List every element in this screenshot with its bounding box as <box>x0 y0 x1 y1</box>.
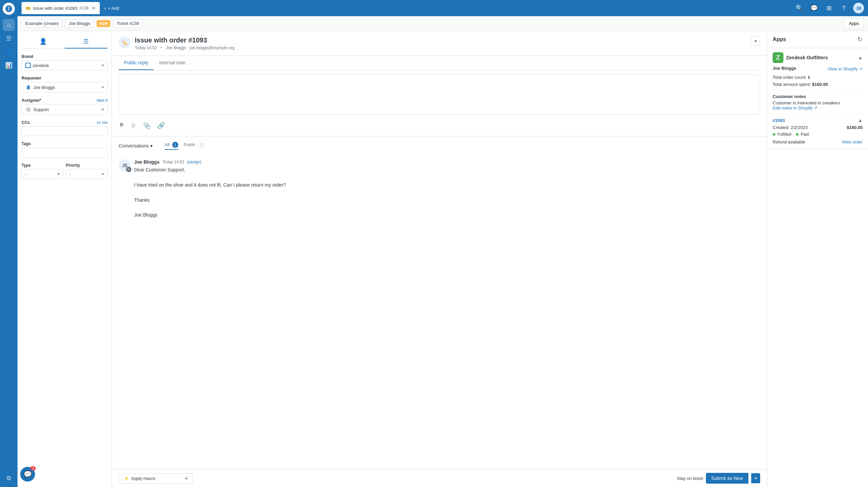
sidebar-tab-ticket[interactable]: ☰ <box>65 35 108 48</box>
conversations-header: Conversations ▾ All 1 Public 1 <box>119 142 760 150</box>
nav-settings[interactable]: ⚙ <box>3 472 15 484</box>
search-button[interactable]: 🔍 <box>794 3 805 13</box>
ccs-field: CCs cc me <box>22 120 107 136</box>
link-button[interactable]: 🔗 <box>156 121 166 131</box>
refresh-button[interactable]: ↻ <box>858 36 863 43</box>
order-id[interactable]: #1093 <box>773 118 785 123</box>
cc-me-link[interactable]: cc me <box>97 120 107 125</box>
submit-dropdown-button[interactable]: ▾ <box>751 473 760 483</box>
sidebar-tab-user[interactable]: 👤 <box>22 35 65 48</box>
user-avatar[interactable]: JB <box>853 3 864 13</box>
apply-macro-chevron: ▾ <box>185 476 188 481</box>
add-tab-button[interactable]: + + Add <box>101 6 122 11</box>
customer-notes-text: Customer is interested in sneakers <box>773 100 863 105</box>
nav-home[interactable]: ⌂ <box>3 19 15 31</box>
type-label: Type <box>22 163 63 168</box>
nav-views[interactable]: ☰ <box>3 32 15 44</box>
brand-field: Brand zendesk ▾ <box>22 54 107 70</box>
chat-bubble-button[interactable]: 💬 3 <box>20 467 35 482</box>
brand-select[interactable]: zendesk ▾ <box>22 60 107 70</box>
message-sender: Joe Bloggs <box>134 159 159 165</box>
ticket-tab-close[interactable]: ✕ <box>92 5 96 11</box>
reply-tabs: Public reply Internal note <box>119 56 760 70</box>
app-card-left: Z Zendesk Outfitters <box>773 52 828 63</box>
public-reply-tab[interactable]: Public reply <box>119 56 154 70</box>
fulfilled-status: Fulfilled <box>777 132 791 137</box>
breadcrumb-example[interactable]: Example (create) <box>22 19 62 28</box>
ticket-tab-title: Issue with order #1093 <box>33 6 78 11</box>
assignee-select[interactable]: ⚙ Support ▾ <box>22 104 107 115</box>
message-type-icon: ✉ <box>126 167 131 172</box>
reply-editor[interactable] <box>119 74 760 115</box>
new-badge: NEW <box>97 20 110 27</box>
help-icon-btn[interactable]: ? <box>838 3 849 13</box>
edit-notes-link[interactable]: Edit notes in Shopify ↗ <box>773 105 817 110</box>
message-time: Today 14:02 <box>162 160 184 164</box>
message-assign-link[interactable]: (assign) <box>187 160 202 164</box>
ticket-meta: Today 14:02 • Joe Bloggs joe.bloggs@exam… <box>135 45 747 50</box>
conversations-area: Conversations ▾ All 1 Public 1 <box>112 136 767 469</box>
ccs-input[interactable] <box>22 126 107 136</box>
nav-reports[interactable]: 📊 <box>3 59 15 71</box>
message-signature: Joe Bloggs <box>134 211 760 219</box>
all-count-badge: 1 <box>172 142 178 148</box>
order-count-field: Total order count: 1 <box>773 75 863 80</box>
chat-icon-btn[interactable]: 💬 <box>809 3 819 13</box>
app-user-name: Joe Bloggs <box>773 66 796 71</box>
order-chevron-icon[interactable]: ▲ <box>858 118 863 123</box>
chat-badge: 3 <box>30 466 36 470</box>
ticket-time: Today 14:02 <box>135 45 157 50</box>
nav-sidebar: Z ⌂ ☰ 👤 📊 ⚙ <box>0 0 18 487</box>
requester-label: Requester <box>22 76 107 80</box>
breadcrumb-joe[interactable]: Joe Bloggs <box>65 19 94 28</box>
conversations-filter[interactable]: Conversations ▾ <box>119 143 153 149</box>
requester-select[interactable]: 👤 Joe Bloggs ▾ <box>22 82 107 93</box>
internal-note-tab[interactable]: Internal note <box>154 56 191 70</box>
type-select[interactable]: - ▾ <box>22 169 63 179</box>
brand-value: zendesk <box>33 63 49 68</box>
reply-area: Public reply Internal note B ☺ 📎 🔗 <box>112 56 767 136</box>
stay-on-ticket-label[interactable]: Stay on ticket <box>677 476 703 481</box>
right-panel: Apps ↻ Z Zendesk Outfitters ▲ Joe Bloggs… <box>767 31 868 487</box>
ticket-tab[interactable]: 🎫 Issue with order #1093 #138 ✕ <box>22 2 100 14</box>
apps-button[interactable]: Apps <box>844 19 864 28</box>
view-order-link[interactable]: View order <box>842 139 863 144</box>
conv-tab-public[interactable]: Public 1 <box>184 142 205 150</box>
grid-icon-btn[interactable]: ⊞ <box>824 3 834 13</box>
ticket-header: 🏷️ Issue with order #1093 Today 14:02 • … <box>112 31 767 56</box>
view-in-shopify-link[interactable]: View in Shopify ↗ <box>828 66 863 71</box>
order-created: Created: 2/2/2023 <box>773 125 808 130</box>
app-card-header: Z Zendesk Outfitters ▲ <box>773 52 863 63</box>
app-collapse-button[interactable]: ▲ <box>858 55 863 60</box>
priority-field: Priority - ▾ <box>66 163 108 179</box>
requester-chevron-icon: ▾ <box>102 85 104 90</box>
breadcrumb-ticket[interactable]: Ticket #138 <box>113 19 143 28</box>
nav-customers[interactable]: 👤 <box>3 46 15 58</box>
type-field: Type - ▾ <box>22 163 63 179</box>
refund-label: Refund available <box>773 139 805 144</box>
requester-value: Joe Bloggs <box>33 85 55 90</box>
tags-input[interactable] <box>22 148 107 158</box>
ccs-text-input[interactable] <box>25 129 104 134</box>
priority-select[interactable]: - ▾ <box>66 169 108 179</box>
message-avatar: JB ✉ <box>119 159 131 171</box>
conv-tabs: All 1 Public 1 <box>165 142 205 150</box>
order-amount: $160.00 <box>847 125 863 130</box>
type-priority-row: Type - ▾ Priority - ▾ <box>22 163 107 184</box>
paid-status: Paid <box>801 132 809 137</box>
assignee-field: Assignee* take it ⚙ Support ▾ <box>22 98 107 115</box>
conv-tab-all[interactable]: All 1 <box>165 142 178 150</box>
ticket-collapse-button[interactable]: ▾ <box>751 36 760 46</box>
emoji-button[interactable]: ☺ <box>129 121 137 131</box>
app-logo: Z <box>3 3 15 15</box>
submit-button[interactable]: Submit as New <box>706 473 748 484</box>
priority-value: - <box>70 171 71 176</box>
attach-button[interactable]: 📎 <box>142 121 152 131</box>
right-panel-title: Apps <box>773 36 786 42</box>
ticket-author: Joe Bloggs <box>166 45 186 50</box>
bold-button[interactable]: B <box>119 121 125 131</box>
ticket-email: joe.bloggs@example.org <box>190 45 235 50</box>
message-greeting: Dear Customer Support, <box>134 166 760 173</box>
take-it-link[interactable]: take it <box>97 98 107 103</box>
apply-macro-button[interactable]: ⚡ Apply macro ▾ <box>119 473 193 484</box>
